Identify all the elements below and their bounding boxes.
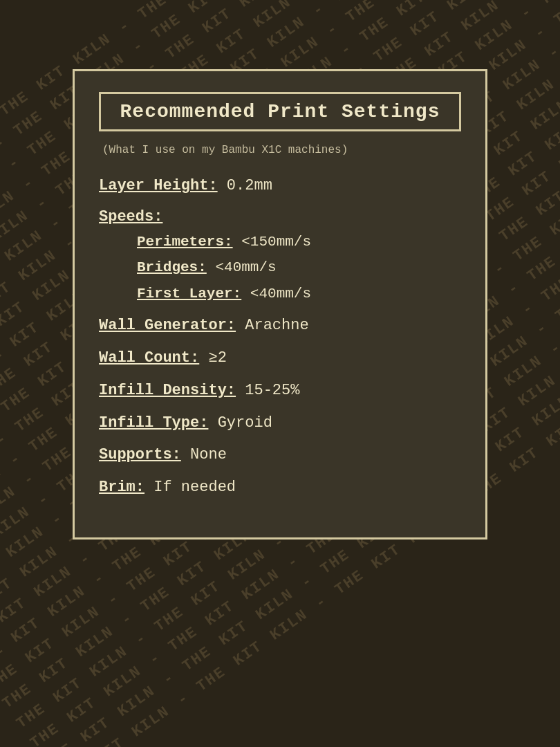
brim-row: Brim: If needed [99, 477, 461, 499]
bridges-label: Bridges: [137, 259, 207, 275]
wall-count-row: Wall Count: ≥2 [99, 348, 461, 369]
card-title: Recommended Print Settings [99, 92, 461, 131]
supports-row: Supports: None [99, 445, 461, 466]
speeds-label: Speeds: [99, 208, 461, 225]
perimeters-row: Perimeters: <150mm/s [137, 231, 461, 253]
wall-generator-row: Wall Generator: Arachne [99, 315, 461, 337]
first-layer-label: First Layer: [137, 286, 241, 302]
speeds-section: Speeds: Perimeters: <150mm/s Bridges: <4… [99, 208, 461, 305]
layer-height-row: Layer Height: 0.2mm [99, 176, 461, 197]
supports-label: Supports: [99, 446, 181, 463]
infill-type-label: Infill Type: [99, 414, 208, 432]
infill-density-label: Infill Density: [99, 382, 236, 399]
brim-label: Brim: [99, 479, 144, 496]
card-subtitle: (What I use on my Bambu X1C machines) [99, 144, 461, 156]
bridges-row: Bridges: <40mm/s [137, 257, 461, 279]
perimeters-label: Perimeters: [137, 234, 233, 250]
settings-card: Recommended Print Settings (What I use o… [73, 69, 487, 540]
layer-height-label: Layer Height: [99, 177, 218, 194]
first-layer-row: First Layer: <40mm/s [137, 283, 461, 305]
infill-type-row: Infill Type: Gyroid [99, 413, 461, 434]
wall-generator-label: Wall Generator: [99, 317, 236, 334]
infill-density-row: Infill Density: 15-25% [99, 380, 461, 402]
wall-count-label: Wall Count: [99, 349, 199, 367]
